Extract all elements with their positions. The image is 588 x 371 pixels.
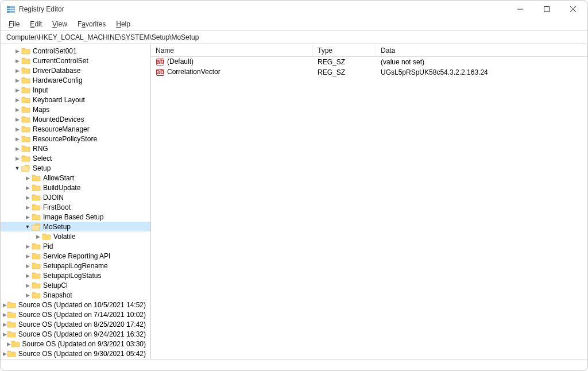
tree-item[interactable]: ▶MountedDevices (1, 114, 150, 124)
tree-item[interactable]: ▶Source OS (Updated on 7/14/2021 10:02) (1, 310, 150, 319)
tree-item-label: Source OS (Updated on 7/14/2021 10:02) (18, 311, 146, 319)
tree-item-label: Volatile (53, 233, 76, 241)
expand-toggle-icon[interactable]: ▶ (7, 341, 11, 347)
expand-toggle-icon[interactable]: ▶ (34, 234, 42, 239)
tree-item[interactable]: ▶SetupapiLogRename (1, 261, 150, 270)
expand-toggle-icon[interactable]: ▶ (13, 87, 21, 93)
statusbar (1, 359, 587, 371)
folder-icon (32, 242, 41, 250)
tree-item[interactable]: ▶Input (1, 85, 150, 95)
expand-toggle-icon[interactable]: ▶ (24, 263, 32, 269)
expand-toggle-icon[interactable]: ▶ (3, 331, 7, 337)
folder-icon (32, 223, 41, 231)
tree-item[interactable]: ▶Source OS (Updated on 9/24/2021 16:32) (1, 329, 150, 339)
tree-item[interactable]: ▶Source OS (Updated on 8/25/2020 17:42) (1, 319, 150, 329)
expand-toggle-icon[interactable]: ▶ (3, 322, 7, 327)
expand-toggle-icon[interactable]: ▶ (24, 292, 32, 298)
menu-help[interactable]: Help (111, 19, 135, 29)
values-list[interactable]: Name Type Data ab(Default)REG_SZ(value n… (151, 44, 587, 359)
tree-item-label: SetupCl (43, 281, 68, 289)
expand-toggle-icon[interactable]: ▶ (24, 273, 32, 279)
tree-item[interactable]: ▶Volatile (1, 231, 150, 241)
tree-item-label: Keyboard Layout (33, 96, 85, 104)
expand-toggle-icon[interactable]: ▶ (13, 97, 21, 103)
column-name[interactable]: Name (151, 44, 313, 56)
folder-icon (7, 311, 16, 319)
menu-file[interactable]: File (4, 19, 24, 29)
tree-item[interactable]: ▶BuildUpdate (1, 183, 150, 192)
tree-item[interactable]: ▶Keyboard Layout (1, 95, 150, 105)
expand-toggle-icon[interactable]: ▶ (24, 283, 32, 288)
tree-item[interactable]: ▼Setup (1, 163, 150, 173)
tree-item[interactable]: ▶FirstBoot (1, 202, 150, 212)
svg-rect-7 (544, 7, 550, 12)
column-data[interactable]: Data (376, 44, 587, 56)
expand-toggle-icon[interactable]: ▶ (24, 214, 32, 220)
expand-toggle-icon[interactable]: ▶ (24, 244, 32, 249)
tree-item[interactable]: ▶Pid (1, 241, 150, 251)
expand-toggle-icon[interactable]: ▶ (13, 48, 21, 54)
tree-item[interactable]: ▶RNG (1, 144, 150, 153)
folder-icon (11, 340, 20, 348)
list-row[interactable]: abCorrelationVectorREG_SZUGsL5pRSpUK58c5… (151, 67, 587, 78)
tree-item[interactable]: ▶Snapshot (1, 290, 150, 300)
tree-item[interactable]: ▶SetupapiLogStatus (1, 270, 150, 280)
expand-toggle-icon[interactable]: ▼ (13, 165, 21, 171)
tree-item[interactable]: ▶DJOIN (1, 192, 150, 202)
expand-toggle-icon[interactable]: ▶ (13, 107, 21, 113)
address-bar[interactable] (1, 30, 587, 44)
tree-item[interactable]: ▶Status (1, 358, 150, 359)
expand-toggle-icon[interactable]: ▶ (24, 204, 32, 210)
expand-toggle-icon[interactable]: ▶ (13, 117, 21, 122)
expand-toggle-icon[interactable]: ▶ (13, 156, 21, 161)
tree-item-label: ResourceManager (33, 125, 90, 133)
expand-toggle-icon[interactable]: ▶ (13, 58, 21, 64)
folder-icon (32, 272, 41, 280)
tree-item[interactable]: ▶Maps (1, 105, 150, 114)
tree-item[interactable]: ▶Source OS (Updated on 9/30/2021 05:42) (1, 349, 150, 358)
tree-item[interactable]: ▶Select (1, 153, 150, 163)
tree-item[interactable]: ▶ResourcePolicyStore (1, 134, 150, 144)
tree-item[interactable]: ▶ControlSet001 (1, 46, 150, 56)
tree-item[interactable]: ▶CurrentControlSet (1, 56, 150, 65)
expand-toggle-icon[interactable]: ▶ (24, 253, 32, 259)
menu-view[interactable]: View (48, 19, 72, 29)
expand-toggle-icon[interactable]: ▶ (13, 68, 21, 74)
titlebar[interactable]: Registry Editor (1, 1, 587, 18)
tree-item-label: Snapshot (43, 291, 72, 299)
expand-toggle-icon[interactable]: ▼ (24, 224, 32, 230)
tree-item[interactable]: ▶Source OS (Updated on 10/5/2021 14:52) (1, 300, 150, 310)
expand-toggle-icon[interactable]: ▶ (13, 136, 21, 142)
minimize-button[interactable] (507, 1, 533, 18)
address-input[interactable] (5, 33, 583, 42)
folder-icon (21, 67, 30, 75)
column-type[interactable]: Type (313, 44, 376, 56)
tree-item[interactable]: ▶SetupCl (1, 280, 150, 290)
tree-item[interactable]: ▶HardwareConfig (1, 75, 150, 85)
folder-icon (7, 350, 16, 358)
expand-toggle-icon[interactable]: ▶ (24, 185, 32, 191)
tree-item[interactable]: ▶AllowStart (1, 173, 150, 183)
expand-toggle-icon[interactable]: ▶ (3, 351, 7, 357)
expand-toggle-icon[interactable]: ▶ (24, 195, 32, 200)
tree-item[interactable]: ▶Service Reporting API (1, 251, 150, 261)
expand-toggle-icon[interactable]: ▶ (13, 78, 21, 83)
registry-tree[interactable]: ▶ControlSet001▶CurrentControlSet▶DriverD… (1, 44, 151, 359)
tree-item[interactable]: ▶Source OS (Updated on 9/3/2021 03:30) (1, 339, 150, 349)
close-button[interactable] (560, 1, 586, 18)
tree-item[interactable]: ▼MoSetup (1, 222, 150, 231)
tree-item[interactable]: ▶ResourceManager (1, 124, 150, 134)
expand-toggle-icon[interactable]: ▶ (3, 312, 7, 318)
menu-edit[interactable]: Edit (25, 19, 47, 29)
tree-item[interactable]: ▶DriverDatabase (1, 65, 150, 75)
expand-toggle-icon[interactable]: ▶ (24, 175, 32, 181)
expand-toggle-icon[interactable]: ▶ (3, 302, 7, 308)
expand-toggle-icon[interactable]: ▶ (13, 126, 21, 132)
list-header[interactable]: Name Type Data (151, 44, 587, 57)
maximize-button[interactable] (533, 1, 560, 18)
folder-icon (21, 76, 30, 84)
list-row[interactable]: ab(Default)REG_SZ(value not set) (151, 57, 587, 67)
menu-favorites[interactable]: Favorites (73, 19, 110, 29)
tree-item[interactable]: ▶Image Based Setup (1, 212, 150, 222)
expand-toggle-icon[interactable]: ▶ (13, 146, 21, 152)
